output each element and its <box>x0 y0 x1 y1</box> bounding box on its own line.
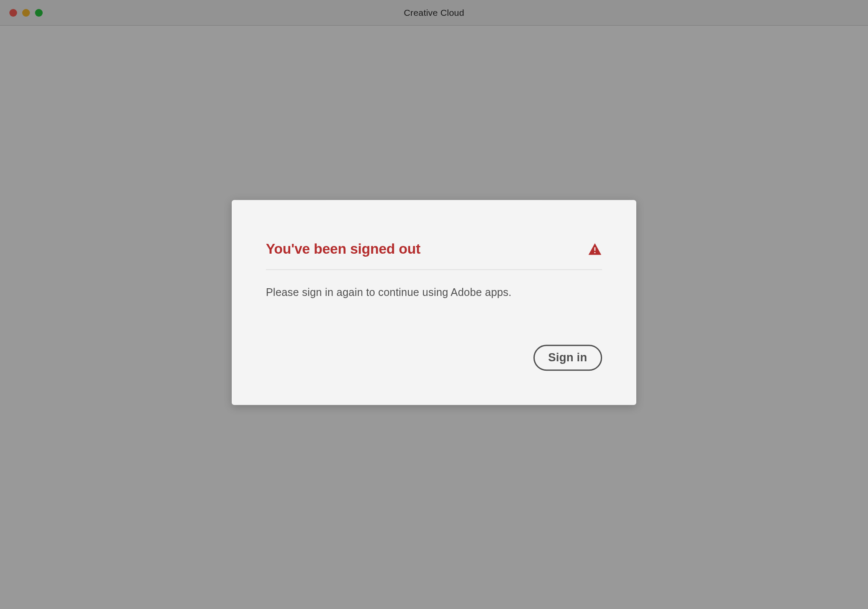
svg-rect-0 <box>594 247 596 251</box>
signed-out-modal: You've been signed out Please sign in ag… <box>232 200 636 405</box>
modal-header: You've been signed out <box>266 241 602 270</box>
modal-body-text: Please sign in again to continue using A… <box>266 270 602 299</box>
svg-rect-1 <box>594 252 596 253</box>
modal-footer: Sign in <box>266 345 602 371</box>
sign-in-button[interactable]: Sign in <box>533 345 602 371</box>
alert-triangle-icon <box>588 243 602 255</box>
modal-title: You've been signed out <box>266 241 420 257</box>
